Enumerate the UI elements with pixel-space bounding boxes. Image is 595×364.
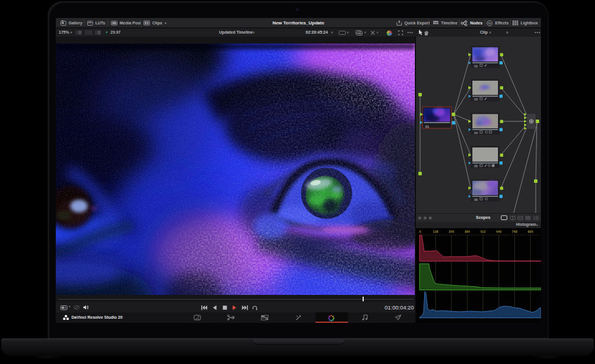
svg-text:640: 640 <box>496 230 501 233</box>
svg-text:04: 04 <box>474 131 478 135</box>
svg-text:0: 0 <box>419 230 421 233</box>
svg-text:01: 01 <box>425 125 429 128</box>
svg-text:768: 768 <box>512 230 517 233</box>
svg-text:256: 256 <box>449 230 454 233</box>
svg-text:03: 03 <box>474 98 478 101</box>
svg-text:02: 02 <box>474 64 478 68</box>
svg-text:895: 895 <box>528 230 533 233</box>
svg-text:512: 512 <box>481 230 486 233</box>
svg-text:128: 128 <box>433 230 438 233</box>
svg-text:05: 05 <box>474 164 478 168</box>
svg-text:384: 384 <box>465 230 471 233</box>
svg-text:06: 06 <box>474 198 478 201</box>
